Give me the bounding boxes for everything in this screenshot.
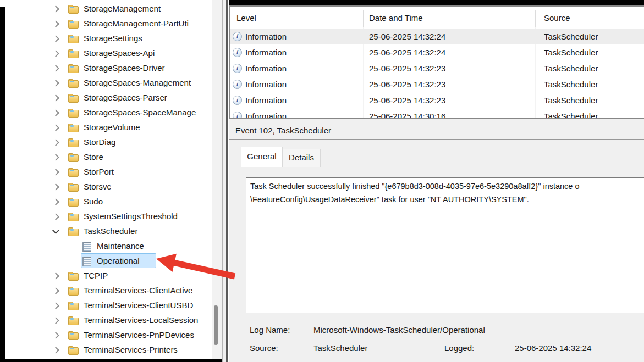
chevron-right-icon[interactable]: [52, 287, 59, 294]
tree-item-stordiag[interactable]: StorDiag: [0, 135, 212, 150]
folder-icon: [68, 51, 79, 58]
tree-item-label: TerminalServices-ClientActive: [84, 286, 192, 295]
event-row[interactable]: iInformation25-06-2025 14:32:24TaskSched…: [230, 29, 644, 44]
event-viewer-window: StorageManagementStorageManagement-PartU…: [0, 0, 644, 362]
event-row[interactable]: iInformation25-06-2025 14:32:23TaskSched…: [230, 76, 644, 92]
tree-item-taskscheduler[interactable]: TaskScheduler: [0, 224, 212, 239]
event-list[interactable]: Level Date and Time Source iInformation2…: [229, 5, 644, 119]
chevron-right-icon[interactable]: [52, 20, 59, 27]
chevron-right-icon[interactable]: [52, 347, 59, 354]
tree-item-label: TerminalServices-ClientUSBD: [84, 300, 193, 310]
event-detail-title: Event 102, TaskScheduler: [235, 126, 331, 135]
left-edge-bar: [0, 7, 5, 362]
event-row[interactable]: iInformation25-06-2025 14:30:16TaskSched…: [230, 108, 644, 119]
tree-scrollbar-thumb[interactable]: [214, 305, 218, 345]
chevron-right-icon[interactable]: [52, 65, 59, 72]
top-edge-bar: [229, 0, 644, 5]
event-description-box[interactable]: Task Scheduler successfully finished "{e…: [246, 177, 644, 313]
tree-item-storagevolume[interactable]: StorageVolume: [0, 120, 212, 135]
tree-item-label: StorageVolume: [84, 122, 140, 132]
event-row[interactable]: iInformation25-06-2025 14:32:24TaskSched…: [230, 44, 644, 60]
tree-item-label: StorageSpaces-Api: [84, 48, 155, 58]
folder-icon: [68, 229, 79, 236]
logged-value: 25-06-2025 14:32:24: [515, 343, 591, 353]
event-row[interactable]: iInformation25-06-2025 14:32:23TaskSched…: [230, 60, 644, 76]
tree-item-storagemanagement[interactable]: StorageManagement: [0, 2, 212, 16]
tree-item-storport[interactable]: StorPort: [0, 165, 212, 180]
tree-item-storagespaces-spacemanage[interactable]: StorageSpaces-SpaceManage: [0, 105, 212, 120]
chevron-right-icon[interactable]: [52, 139, 59, 146]
folder-icon: [68, 21, 79, 29]
event-level-cell: Information: [245, 48, 287, 57]
event-level-cell: Information: [245, 96, 287, 105]
folder-icon: [68, 140, 79, 147]
information-level-icon: i: [233, 112, 242, 119]
chevron-right-icon[interactable]: [52, 302, 59, 309]
tree-item-systemsettingsthreshold[interactable]: SystemSettingsThreshold: [0, 209, 212, 224]
tree-item-terminalservices-clientactive[interactable]: TerminalServices-ClientActive: [0, 283, 212, 298]
event-content-panel: Level Date and Time Source iInformation2…: [229, 0, 644, 362]
folder-icon: [68, 110, 79, 118]
tree-item-operational[interactable]: Operational: [0, 254, 212, 269]
tree-item-store[interactable]: Store: [0, 150, 212, 165]
chevron-right-icon[interactable]: [52, 94, 59, 102]
folder-icon: [68, 273, 79, 281]
tree-item-storagemanagement-partuti[interactable]: StorageManagement-PartUti: [0, 16, 212, 31]
chevron-right-icon[interactable]: [52, 213, 59, 220]
event-datetime-cell: 25-06-2025 14:32:24: [369, 32, 445, 41]
chevron-right-icon[interactable]: [52, 169, 59, 176]
information-level-icon: i: [233, 80, 242, 89]
chevron-right-icon[interactable]: [52, 124, 59, 131]
column-header-source[interactable]: Source: [544, 13, 570, 23]
tree-item-tcpip[interactable]: TCPIP: [0, 269, 212, 283]
column-separator[interactable]: [535, 10, 536, 27]
tree-item-label: Store: [84, 152, 103, 161]
tree-item-terminalservices-printers[interactable]: TerminalServices-Printers: [0, 343, 212, 358]
chevron-right-icon[interactable]: [52, 272, 59, 280]
column-header-level[interactable]: Level: [236, 13, 256, 23]
tree-item-label: StorageSpaces-Management: [84, 78, 191, 87]
tree-item-storagespaces-parser[interactable]: StorageSpaces-Parser: [0, 91, 212, 105]
log-name-label: Log Name:: [250, 325, 290, 335]
chevron-right-icon[interactable]: [52, 5, 59, 13]
tab-general[interactable]: General: [241, 147, 283, 167]
chevron-right-icon[interactable]: [52, 50, 59, 57]
chevron-right-icon[interactable]: [52, 317, 59, 324]
event-level-cell: Information: [245, 80, 287, 89]
chevron-right-icon[interactable]: [52, 183, 59, 191]
tree-item-storsvc[interactable]: Storsvc: [0, 180, 212, 194]
tree-item-terminalservices-clientusbd[interactable]: TerminalServices-ClientUSBD: [0, 298, 212, 313]
tree-item-storagespaces-api[interactable]: StorageSpaces-Api: [0, 46, 212, 61]
column-separator[interactable]: [639, 10, 639, 27]
tree-item-label: TCPIP: [84, 271, 108, 280]
tree-scrollbar-track[interactable]: [212, 0, 222, 362]
tree-item-terminalservices-pnpdevices[interactable]: TerminalServices-PnPDevices: [0, 328, 212, 343]
event-datetime-cell: 25-06-2025 14:32:24: [369, 48, 445, 57]
event-row[interactable]: iInformation25-06-2025 14:32:23TaskSched…: [230, 92, 644, 108]
header-rule: [229, 139, 644, 140]
chevron-right-icon[interactable]: [52, 109, 59, 116]
tree-item-storagesettings[interactable]: StorageSettings: [0, 31, 212, 46]
chevron-right-icon[interactable]: [52, 35, 59, 42]
event-datetime-cell: 25-06-2025 14:30:16: [369, 112, 445, 119]
tree-item-storagespaces-driver[interactable]: StorageSpaces-Driver: [0, 61, 212, 76]
tab-details[interactable]: Details: [282, 149, 321, 167]
event-log-icon: [82, 242, 91, 252]
chevron-right-icon[interactable]: [52, 80, 59, 87]
console-tree-panel: StorageManagementStorageManagement-PartU…: [0, 0, 216, 362]
folder-icon: [68, 154, 79, 162]
event-source-cell: TaskScheduler: [544, 64, 598, 73]
folder-icon: [68, 65, 79, 73]
tree-item-maintenance[interactable]: Maintenance: [0, 239, 212, 254]
log-name-value: Microsoft-Windows-TaskScheduler/Operatio…: [313, 325, 485, 335]
tree-item-sudo[interactable]: Sudo: [0, 194, 212, 209]
chevron-right-icon[interactable]: [52, 332, 59, 339]
tree-item-storagespaces-management[interactable]: StorageSpaces-Management: [0, 76, 212, 91]
chevron-right-icon[interactable]: [52, 198, 59, 205]
column-header-date[interactable]: Date and Time: [369, 13, 423, 23]
chevron-right-icon[interactable]: [52, 154, 59, 161]
tree-item-label: StorDiag: [84, 137, 115, 147]
tree-item-terminalservices-localsession[interactable]: TerminalServices-LocalSession: [0, 313, 212, 328]
chevron-down-icon[interactable]: [52, 227, 59, 234]
column-separator[interactable]: [363, 10, 364, 27]
